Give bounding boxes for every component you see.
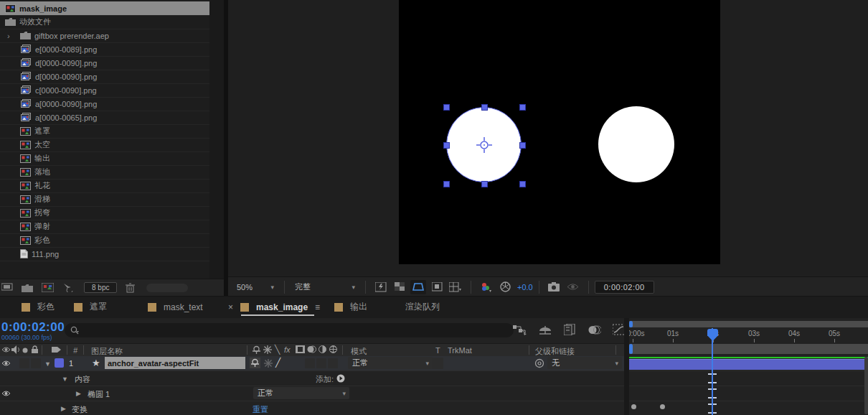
selection-handle[interactable] bbox=[443, 181, 450, 187]
new-folder-icon[interactable] bbox=[22, 284, 33, 292]
bit-depth-button[interactable]: 8 bpc bbox=[84, 282, 117, 293]
exposure-value[interactable]: +0.0 bbox=[517, 283, 533, 292]
ellipse-shape[interactable] bbox=[598, 106, 674, 182]
video-eye-icon[interactable] bbox=[1, 346, 11, 353]
project-item-folder[interactable]: ›giftbox prerender.aep bbox=[0, 29, 209, 43]
project-item-comp[interactable]: 彩色 bbox=[0, 233, 209, 248]
motion-blur-icon[interactable] bbox=[588, 325, 601, 335]
ellipse-expand-chevron[interactable]: ▶ bbox=[76, 390, 81, 397]
transform-row[interactable]: ▶ 变换 重置 bbox=[0, 401, 629, 415]
parent-dropdown[interactable]: 无 ▾ bbox=[547, 357, 622, 369]
new-composition-icon[interactable] bbox=[42, 283, 54, 292]
project-item-comp[interactable]: 弹射 bbox=[0, 220, 209, 234]
selection-handle[interactable] bbox=[519, 142, 526, 149]
project-item-comp[interactable]: mask_image bbox=[0, 1, 209, 16]
close-tab-icon[interactable]: × bbox=[228, 302, 233, 312]
frame-blend-well[interactable] bbox=[305, 358, 315, 368]
adjustment-well[interactable] bbox=[328, 358, 338, 368]
contents-expand-chevron[interactable]: ▼ bbox=[62, 376, 68, 383]
lock-well[interactable] bbox=[31, 358, 41, 368]
project-footer-scroll-pill[interactable] bbox=[146, 284, 188, 292]
show-snapshot-eye-icon[interactable] bbox=[565, 280, 581, 294]
selection-handle[interactable] bbox=[443, 104, 450, 111]
quality-icon[interactable]: ╲ bbox=[275, 345, 280, 355]
exposure-shutter-icon[interactable] bbox=[497, 280, 513, 294]
tab-menu-icon[interactable]: ≡ bbox=[315, 302, 320, 312]
tab-遮罩[interactable]: 遮罩 bbox=[74, 297, 107, 317]
tab-mask_image[interactable]: ×mask_image≡ bbox=[228, 297, 320, 317]
interpret-footage-icon[interactable] bbox=[1, 283, 13, 292]
project-item-folder[interactable]: 动效文件 bbox=[0, 15, 209, 29]
region-of-interest-icon[interactable] bbox=[429, 280, 445, 294]
effects-fx-icon[interactable]: fx bbox=[284, 345, 291, 354]
keyframe-dot[interactable] bbox=[660, 404, 665, 409]
project-item-comp[interactable]: 落地 bbox=[0, 165, 209, 179]
mini-flowchart-icon[interactable] bbox=[513, 325, 527, 335]
3d-layer-column-icon[interactable] bbox=[329, 345, 338, 354]
project-item-footage[interactable]: e[0000-0089].png bbox=[0, 42, 209, 57]
magnification-dropdown[interactable]: 50% ▾ bbox=[232, 280, 278, 294]
delete-trash-icon[interactable] bbox=[126, 283, 135, 293]
composition-canvas[interactable] bbox=[399, 0, 720, 264]
add-label[interactable]: 添加: bbox=[316, 374, 334, 385]
snapshot-camera-icon[interactable] bbox=[547, 280, 562, 294]
project-item-footage[interactable]: d[0000-0090].png bbox=[0, 56, 209, 70]
layer-row[interactable]: ▼ 1 ★ anchor_avatar-aspectFit ╱ 正常 ▾ bbox=[0, 356, 629, 371]
grid-guides-icon[interactable] bbox=[448, 280, 463, 294]
trkmat-column-label[interactable]: TrkMat bbox=[448, 346, 472, 355]
transform-reset-link[interactable]: 重置 bbox=[253, 404, 268, 415]
shy-icon[interactable] bbox=[252, 345, 261, 354]
fast-previews-icon[interactable] bbox=[373, 280, 389, 294]
selection-handle[interactable] bbox=[519, 104, 526, 111]
work-area-bar[interactable] bbox=[629, 321, 868, 327]
trkmat-well[interactable] bbox=[432, 358, 443, 369]
mode-column-label[interactable]: 模式 bbox=[351, 346, 367, 357]
motion-blur-well[interactable] bbox=[316, 358, 326, 368]
anchor-point-icon[interactable] bbox=[476, 137, 492, 153]
timeline-vertical-scrollbar[interactable] bbox=[864, 357, 868, 414]
layer-name-column-label[interactable]: 图层名称 bbox=[91, 346, 123, 357]
current-timecode[interactable]: 0:00:02:00 bbox=[1, 320, 65, 335]
timeline-search-input[interactable] bbox=[65, 323, 514, 337]
audio-speaker-icon[interactable] bbox=[11, 345, 20, 354]
show-channel-icon[interactable] bbox=[478, 280, 494, 294]
ellipse-blend-mode-dropdown[interactable]: 正常 ▾ bbox=[253, 387, 349, 399]
project-item-comp[interactable]: 滑梯 bbox=[0, 192, 209, 207]
mask-path-visibility-icon[interactable] bbox=[410, 280, 426, 294]
layer-name-highlight[interactable]: anchor_avatar-aspectFit bbox=[105, 357, 245, 369]
tab-mask_text[interactable]: mask_text bbox=[148, 297, 203, 317]
selection-handle[interactable] bbox=[519, 181, 526, 187]
project-item-comp[interactable]: 遮罩 bbox=[0, 124, 209, 139]
navigator-start-handle[interactable] bbox=[629, 344, 633, 354]
keyframe-dot[interactable] bbox=[631, 404, 636, 409]
adjustment-layer-column-icon[interactable] bbox=[319, 345, 327, 354]
quality-switch[interactable]: ╱ bbox=[275, 358, 280, 368]
collapse-transformations-icon[interactable] bbox=[263, 345, 272, 354]
tab-渲染队列[interactable]: 渲染队列 bbox=[405, 297, 440, 317]
project-item-file[interactable]: 111.png bbox=[0, 247, 209, 261]
contents-row[interactable]: ▼ 内容 添加: bbox=[0, 371, 629, 386]
work-area-start-handle[interactable] bbox=[629, 321, 633, 327]
layer-expand-chevron[interactable]: ▼ bbox=[44, 360, 51, 368]
project-item-footage[interactable]: d[0000-0090].png bbox=[0, 70, 209, 84]
add-button-icon[interactable] bbox=[336, 374, 345, 383]
tab-输出[interactable]: 输出 bbox=[334, 297, 367, 317]
layer-duration-bar[interactable] bbox=[629, 359, 868, 370]
resolution-dropdown[interactable]: 完整 ▾ bbox=[291, 280, 359, 294]
project-item-footage[interactable]: a[0000-0090].png bbox=[0, 97, 209, 111]
layer-eye-icon[interactable] bbox=[1, 360, 11, 367]
project-item-comp[interactable]: 输出 bbox=[0, 151, 209, 166]
selection-handle[interactable] bbox=[443, 142, 450, 149]
t-column-label[interactable]: T bbox=[435, 346, 440, 355]
frame-blend-column-icon[interactable] bbox=[296, 345, 305, 354]
project-settings-icon[interactable] bbox=[62, 283, 74, 292]
collapse-switch[interactable] bbox=[264, 359, 273, 368]
project-item-comp[interactable]: 拐弯 bbox=[0, 206, 209, 220]
selection-handle[interactable] bbox=[481, 104, 488, 111]
label-color-chip[interactable] bbox=[55, 358, 64, 368]
time-navigator-bar[interactable] bbox=[629, 344, 868, 354]
solo-well[interactable] bbox=[19, 358, 29, 368]
lock-icon[interactable] bbox=[31, 345, 39, 354]
draft-3d-icon[interactable] bbox=[538, 325, 552, 335]
pickwhip-icon[interactable] bbox=[534, 358, 544, 368]
